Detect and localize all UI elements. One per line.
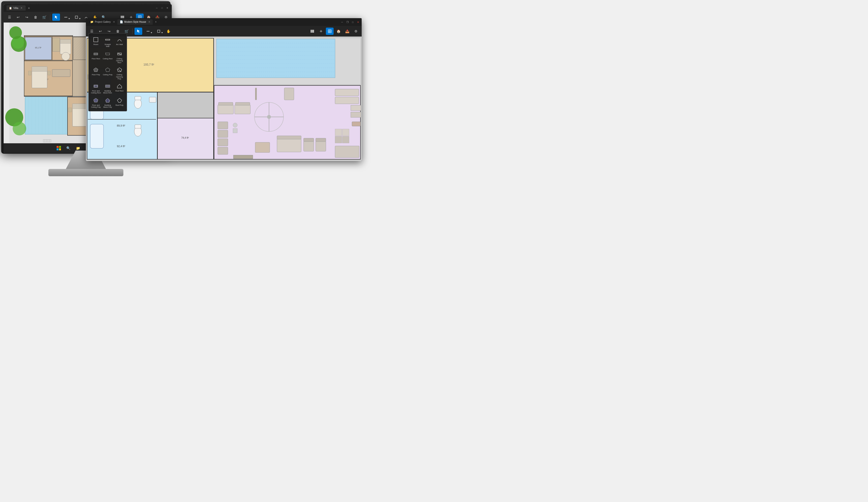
svg-rect-191 <box>351 112 361 117</box>
win2-home[interactable]: 🏠 <box>334 28 342 35</box>
win2-maximize[interactable]: □ <box>351 20 354 24</box>
tab-project-gallery-close[interactable]: ✕ <box>113 21 115 23</box>
svg-rect-64 <box>69 108 72 112</box>
menu-item-building-block-rect[interactable]: Building Block Rect <box>102 82 113 95</box>
svg-rect-180 <box>277 136 301 139</box>
svg-rect-193 <box>233 123 237 127</box>
menu-item-floor-ceiling-rect[interactable]: Floor and Ceiling Rect <box>91 82 101 95</box>
new-tab-icon: + <box>155 21 156 23</box>
minimize-button[interactable]: ─ <box>155 7 158 9</box>
redo-button[interactable]: ↪ <box>23 13 31 21</box>
svg-rect-102 <box>56 148 59 150</box>
win2-select-button[interactable] <box>135 28 142 35</box>
svg-text:89,9 ft²: 89,9 ft² <box>117 124 125 127</box>
svg-rect-91 <box>105 85 110 88</box>
cart-button[interactable]: 🛒 <box>40 13 48 21</box>
svg-rect-104 <box>147 31 149 31</box>
svg-rect-81 <box>94 53 98 55</box>
svg-rect-105 <box>157 30 160 32</box>
win2-window-controls: ─ ❐ □ ✕ <box>340 20 360 24</box>
win2-close[interactable]: ✕ <box>356 20 360 24</box>
win2-minimize[interactable]: ─ <box>340 20 344 24</box>
svg-rect-188 <box>342 136 349 143</box>
menu-item-arc-wall[interactable]: Arc Wall <box>114 35 125 49</box>
svg-point-52 <box>13 122 26 135</box>
tab-villa-close[interactable]: ✕ <box>20 6 23 10</box>
tab-villa-icon: 📋 <box>9 7 12 9</box>
win2-library[interactable] <box>308 28 316 35</box>
roof-poly-icon <box>116 97 123 104</box>
menu-item-room[interactable]: Room <box>91 35 101 49</box>
svg-marker-87 <box>117 68 122 72</box>
svg-rect-79 <box>94 38 98 42</box>
svg-rect-178 <box>255 142 270 153</box>
win2-floorplan[interactable] <box>326 28 334 35</box>
canvas-modern[interactable]: 193,7 ft² 89,9 ft² 92,4 ft² 74,4 ft² 732… <box>86 37 362 161</box>
menu-item-building-block-rect-label: Building Block Rect <box>103 90 113 94</box>
tab-modern-style-close[interactable]: ✕ <box>148 21 150 23</box>
menu-item-ceiling-opening-poly[interactable]: Ceiling Opening Poly <box>114 65 125 81</box>
tab-villa[interactable]: 📋 Villa ✕ <box>7 5 25 11</box>
svg-line-88 <box>118 69 121 72</box>
svg-marker-96 <box>105 98 110 102</box>
start-button[interactable] <box>55 145 62 152</box>
win2-settings[interactable]: ⚙ <box>352 28 360 35</box>
svg-rect-58 <box>32 66 47 72</box>
menu-item-roof-poly[interactable]: Roof Poly <box>114 96 125 110</box>
svg-rect-187 <box>335 136 342 143</box>
wall-tool-button[interactable] <box>61 13 71 21</box>
menu-item-floor-ceiling-rect-label: Floor and Ceiling Rect <box>91 90 101 94</box>
svg-marker-94 <box>117 84 122 88</box>
tab-new[interactable]: + <box>153 20 159 24</box>
svg-rect-173 <box>218 122 228 129</box>
win2-wall-tool[interactable] <box>143 28 153 35</box>
svg-marker-99 <box>117 98 122 102</box>
tab-project-gallery[interactable]: 📁 Project Gallery ✕ <box>88 19 117 25</box>
svg-rect-182 <box>303 138 314 142</box>
svg-rect-61 <box>52 70 70 77</box>
taskview-button[interactable]: 📁 <box>75 145 82 152</box>
menu-item-room-label: Room <box>93 43 98 45</box>
menu-item-floor-rect[interactable]: Floor Rect <box>91 50 101 65</box>
svg-rect-90 <box>94 85 97 87</box>
svg-rect-185 <box>335 129 342 136</box>
win2-pan[interactable]: ✋ <box>165 28 172 35</box>
menu-item-ceiling-opening-rect[interactable]: Ceiling Opening Rect <box>114 50 125 65</box>
svg-rect-56 <box>52 38 60 51</box>
svg-rect-169 <box>335 89 359 96</box>
svg-rect-177 <box>234 155 253 159</box>
floor-rect-icon <box>92 51 99 57</box>
wall-tool-dropdown[interactable]: Room Straight Wall Arc Wall <box>88 33 127 111</box>
new-tab-button[interactable]: + <box>27 6 31 10</box>
room-icon <box>92 36 99 43</box>
menu-item-roof-poly-label: Roof Poly <box>115 104 123 106</box>
menu-item-ceiling-poly[interactable]: Ceiling Poly <box>102 65 113 81</box>
close-button[interactable]: ✕ <box>166 7 169 9</box>
delete-button[interactable]: 🗑 <box>32 13 39 21</box>
room-tool-button[interactable] <box>72 13 81 21</box>
tab-villa-label: Villa <box>13 7 18 9</box>
svg-rect-186 <box>342 129 349 136</box>
menu-item-straight-wall[interactable]: Straight Wall <box>102 35 113 49</box>
svg-rect-192 <box>352 122 360 126</box>
win2-restore[interactable]: ❐ <box>346 20 349 24</box>
arc-wall-icon <box>116 36 123 43</box>
win2-dimension[interactable] <box>317 28 325 35</box>
svg-rect-194 <box>233 129 237 133</box>
menu-item-floor-poly[interactable]: Floor Poly <box>91 65 101 81</box>
win2-room-tool[interactable] <box>154 28 164 35</box>
menu-button[interactable]: ☰ <box>6 13 13 21</box>
win2-export[interactable]: 📤 <box>343 28 351 35</box>
menu-item-floor-ceiling-poly[interactable]: Floor and Ceiling Poly <box>91 96 101 110</box>
search-taskbar-button[interactable]: 🔍 <box>65 145 72 152</box>
undo-button[interactable]: ↩ <box>14 13 22 21</box>
tab-modern-style[interactable]: 📄 Modern Style House ✕ <box>117 19 153 25</box>
ceiling-opening-poly-icon <box>116 66 123 73</box>
select-tool-button[interactable] <box>52 13 60 21</box>
maximize-button[interactable]: □ <box>161 7 164 9</box>
menu-item-building-block-poly[interactable]: Building Block Poly <box>102 96 113 110</box>
menu-item-roof-rect[interactable]: Roof Rect <box>114 82 125 95</box>
ceiling-poly-icon <box>104 66 111 73</box>
menu-item-ceiling-rect[interactable]: Ceiling Rect <box>102 50 113 65</box>
menu-item-ceiling-opening-poly-label: Ceiling Opening Poly <box>114 74 124 80</box>
